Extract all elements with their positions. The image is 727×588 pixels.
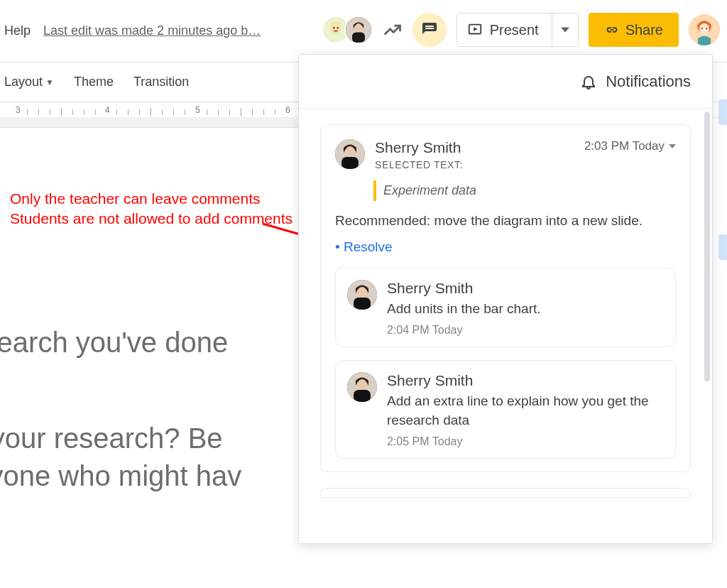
- slide-text: anyone who might hav: [0, 460, 241, 492]
- ruler-mark: 3: [16, 105, 22, 115]
- link-icon: [604, 22, 620, 38]
- comment-reply[interactable]: Sherry Smith Add units in the bar chart.…: [335, 268, 676, 348]
- resolve-link[interactable]: Resolve: [335, 239, 676, 255]
- avatar: [347, 372, 377, 402]
- reply-text: Add an extra line to explain how you get…: [387, 392, 664, 430]
- ruler-mark: 6: [285, 105, 292, 115]
- bell-icon[interactable]: [580, 73, 597, 90]
- svg-point-13: [706, 28, 707, 29]
- comments-panel: Notifications Sherry Smith SELECTED TEXT…: [298, 54, 713, 544]
- comments-panel-body[interactable]: Sherry Smith SELECTED TEXT: 2:03 PM Toda…: [299, 109, 712, 543]
- svg-rect-6: [352, 33, 365, 43]
- menu-left: Help Last edit was made 2 minutes ago b…: [0, 23, 261, 38]
- svg-point-12: [701, 28, 703, 29]
- svg-point-2: [333, 27, 335, 29]
- collaborator-avatars[interactable]: [327, 16, 373, 44]
- slide-text: research you've done: [0, 327, 228, 359]
- toolbar-theme[interactable]: Theme: [74, 75, 114, 89]
- toolbar-layout-label: Layout: [4, 75, 43, 89]
- account-avatar[interactable]: [689, 14, 720, 45]
- comments-panel-header: Notifications: [299, 55, 712, 109]
- toolbar-transition-label: Transition: [133, 75, 189, 89]
- slide-text: al of your research? Be: [0, 423, 223, 454]
- selected-text-quote: Experiment data: [373, 180, 676, 201]
- comment-thread[interactable]: Sherry Smith SELECTED TEXT: 2:03 PM Toda…: [320, 124, 691, 472]
- share-button[interactable]: Share: [589, 13, 679, 47]
- reply-text: Add units in the bar chart.: [387, 300, 664, 319]
- reply-author: Sherry Smith: [387, 372, 664, 389]
- annotation-text: Students are not allowed to add comments: [10, 209, 322, 229]
- minimap-chip: [718, 234, 727, 260]
- present-dropdown[interactable]: [552, 13, 578, 46]
- svg-point-11: [699, 23, 709, 33]
- toolbar-transition[interactable]: Transition: [133, 75, 189, 89]
- chevron-down-icon: [561, 26, 569, 34]
- ruler-mark: 5: [195, 105, 202, 115]
- svg-rect-24: [354, 390, 371, 402]
- comment-author: Sherry Smith: [375, 139, 574, 156]
- annotation-main: Only the teacher can leave comments Stud…: [10, 189, 322, 229]
- annotation-text: Only the teacher can leave comments: [10, 189, 322, 209]
- notifications-label[interactable]: Notifications: [606, 72, 691, 91]
- minimap-chip: [718, 99, 727, 125]
- present-icon: [467, 22, 483, 38]
- toolbar-theme-label: Theme: [74, 75, 114, 89]
- svg-rect-18: [341, 157, 359, 169]
- reply-time: 2:04 PM Today: [387, 324, 664, 337]
- svg-point-3: [337, 27, 339, 29]
- svg-rect-21: [354, 298, 371, 310]
- share-label: Share: [625, 22, 663, 38]
- menu-help[interactable]: Help: [4, 23, 31, 38]
- avatar[interactable]: [344, 16, 373, 44]
- top-bar: Help Last edit was made 2 minutes ago b……: [0, 0, 727, 62]
- activity-icon[interactable]: [383, 20, 403, 40]
- reply-author: Sherry Smith: [387, 280, 664, 297]
- comment-timestamp[interactable]: 2:03 PM Today: [584, 139, 676, 153]
- svg-point-1: [330, 22, 341, 33]
- scrollbar[interactable]: [704, 111, 710, 381]
- ruler-mark: 4: [105, 105, 111, 115]
- timestamp-text: 2:03 PM Today: [584, 139, 665, 153]
- avatar: [347, 280, 377, 310]
- comment-thread-collapsed[interactable]: [320, 488, 691, 498]
- ruler-sub: [0, 118, 298, 128]
- open-comments-button[interactable]: [412, 13, 447, 47]
- comment-body: Recommended: move the diagram into a new…: [335, 211, 676, 231]
- present-label: Present: [490, 22, 539, 38]
- avatar: [335, 139, 365, 169]
- reply-time: 2:05 PM Today: [387, 435, 664, 448]
- top-bar-right: Present Share: [327, 13, 720, 47]
- svg-marker-8: [474, 27, 478, 31]
- last-edit-link[interactable]: Last edit was made 2 minutes ago b…: [43, 23, 261, 38]
- chevron-down-icon: [669, 143, 676, 150]
- chevron-down-icon: ▼: [45, 77, 54, 87]
- present-button[interactable]: Present: [457, 13, 579, 47]
- selected-text-label: SELECTED TEXT:: [375, 159, 574, 170]
- comment-reply[interactable]: Sherry Smith Add an extra line to explai…: [335, 360, 676, 459]
- toolbar-layout[interactable]: Layout ▼: [4, 75, 54, 89]
